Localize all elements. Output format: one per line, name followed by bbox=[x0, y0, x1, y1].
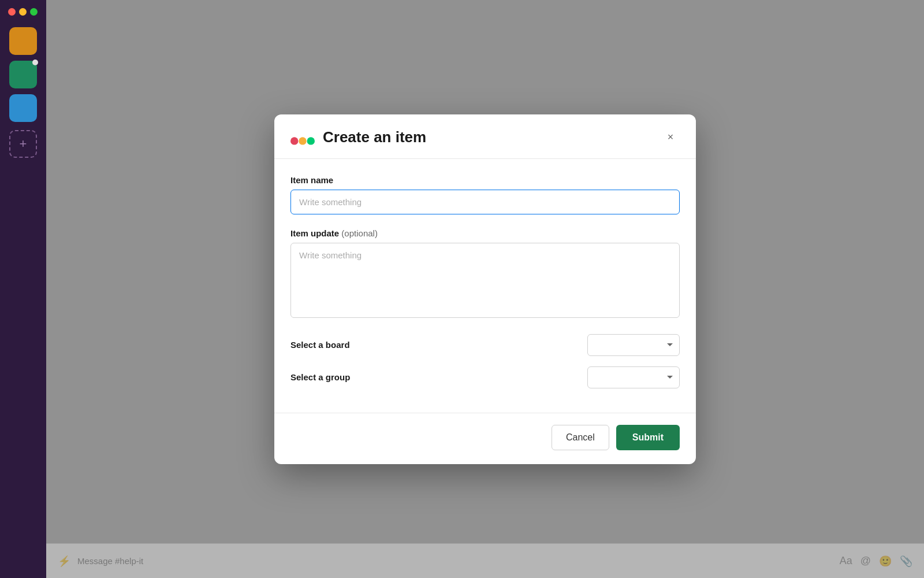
item-name-group: Item name bbox=[290, 175, 680, 214]
add-app-button[interactable]: + bbox=[9, 130, 37, 158]
window-controls bbox=[0, 0, 38, 24]
select-board-row: Select a board bbox=[290, 334, 680, 356]
cancel-button[interactable]: Cancel bbox=[552, 425, 609, 450]
sidebar-item-green-app[interactable] bbox=[9, 61, 37, 88]
dialog-body: Item name Item update (optional) Select … bbox=[274, 159, 696, 413]
item-update-textarea[interactable] bbox=[290, 243, 680, 318]
item-name-label: Item name bbox=[290, 175, 680, 185]
maximize-window-button[interactable] bbox=[30, 8, 38, 16]
dialog-footer: Cancel Submit bbox=[274, 413, 696, 464]
sidebar-item-blue-app[interactable] bbox=[9, 94, 37, 122]
main-area: Create an item × Item name Item update (… bbox=[46, 0, 924, 578]
svg-point-1 bbox=[299, 137, 306, 144]
dialog-header: Create an item × bbox=[274, 114, 696, 159]
svg-point-2 bbox=[307, 137, 315, 144]
sidebar-icon-list: + bbox=[0, 24, 46, 158]
item-update-group: Item update (optional) bbox=[290, 228, 680, 320]
minimize-window-button[interactable] bbox=[19, 8, 27, 16]
item-update-label: Item update (optional) bbox=[290, 228, 680, 238]
sidebar: + bbox=[0, 0, 46, 578]
notification-dot bbox=[32, 60, 38, 65]
close-window-button[interactable] bbox=[8, 8, 16, 16]
logo bbox=[290, 129, 315, 146]
select-group-dropdown[interactable] bbox=[587, 366, 680, 388]
item-name-input[interactable] bbox=[290, 190, 680, 214]
select-board-dropdown[interactable] bbox=[587, 334, 680, 356]
create-item-dialog: Create an item × Item name Item update (… bbox=[274, 114, 696, 464]
close-dialog-button[interactable]: × bbox=[661, 128, 680, 147]
submit-button[interactable]: Submit bbox=[616, 425, 680, 450]
modal-overlay: Create an item × Item name Item update (… bbox=[46, 0, 924, 578]
dialog-title: Create an item bbox=[323, 128, 661, 146]
select-group-row: Select a group bbox=[290, 366, 680, 388]
sidebar-item-orange-app[interactable] bbox=[9, 27, 37, 55]
select-group-label: Select a group bbox=[290, 372, 350, 382]
svg-point-0 bbox=[290, 137, 298, 144]
select-board-label: Select a board bbox=[290, 340, 350, 350]
